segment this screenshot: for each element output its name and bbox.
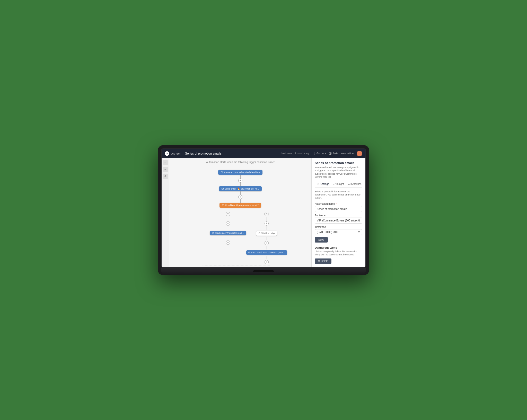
condition-label: Condition: Open previous email?	[225, 204, 259, 207]
branch-dashed-box: Y +	[202, 209, 271, 265]
logo: ✦ dcptech	[165, 151, 181, 156]
danger-zone-title: Dangerous Zone	[315, 246, 362, 249]
branch-y-add-2[interactable]: +	[226, 240, 230, 245]
connector-2	[240, 183, 241, 186]
main-area: ↩ ↪ ⟳ Automation starts when the followi…	[162, 158, 365, 267]
danger-zone-desc: Click to completely delete this automati…	[315, 250, 362, 256]
audience-select[interactable]: VIP eCommerce Buyers (500 subscribe...	[315, 218, 362, 224]
send-email-3-label: Send email 'Last chance to get o...'	[251, 251, 285, 254]
send-email-1-label: Send email '🔥 BIG offer just fo...'	[225, 187, 259, 190]
app: ✦ dcptech Series of promotion emails Las…	[162, 149, 365, 267]
reset-button[interactable]: ⟳	[163, 174, 168, 179]
audience-label: Audience	[315, 214, 362, 217]
header-actions: Last saved: 2 months ago Go back	[281, 151, 363, 156]
timezone-select[interactable]: (GMT+00:00) UTC	[315, 229, 362, 235]
wait-box[interactable]: ⏱ Wait for 1 day	[256, 231, 277, 236]
branch-labels-row: Y +	[202, 212, 271, 264]
sidebar-tools: ↩ ↪ ⟳	[162, 158, 169, 267]
email-icon	[222, 188, 224, 190]
svg-rect-12	[248, 252, 250, 253]
tab-settings[interactable]: Settings	[315, 181, 331, 187]
laptop-notch	[253, 270, 274, 272]
branch-n-add-3[interactable]: +	[265, 260, 269, 264]
svg-line-6	[222, 172, 222, 173]
avatar[interactable]	[357, 151, 362, 156]
send-email-1-node[interactable]: Send email '🔥 BIG offer just fo...'	[219, 186, 262, 191]
add-btn-1[interactable]: +	[238, 178, 242, 183]
branch-n-add[interactable]: +	[265, 221, 269, 226]
logo-icon: ✦	[165, 151, 169, 156]
panel-tabs: Settings Insight	[315, 181, 362, 187]
app-header: ✦ dcptech Series of promotion emails Las…	[162, 149, 365, 158]
svg-point-10	[223, 205, 223, 206]
email-icon-3	[248, 252, 250, 253]
switch-automation-button[interactable]: Switch automation	[329, 152, 354, 155]
tab-statistics[interactable]: Statistics	[346, 181, 364, 187]
wait-label: ⏱ Wait for 1 day	[258, 232, 275, 235]
statistics-icon	[348, 183, 350, 185]
connector-4	[240, 199, 241, 203]
automation-canvas[interactable]: Automation starts when the following tri…	[169, 158, 311, 267]
settings-description: Below is general information of the auto…	[315, 190, 362, 200]
redo-button[interactable]: ↪	[163, 167, 168, 172]
insight-icon	[333, 183, 336, 185]
save-button[interactable]: Save	[315, 237, 328, 243]
autostart-label: Autostart on a scheduled date/time	[224, 171, 260, 174]
tab-settings-label: Settings	[320, 183, 329, 185]
laptop-shell: ✦ dcptech Series of promotion emails Las…	[158, 145, 369, 275]
timezone-label: Timezone	[315, 226, 362, 228]
condition-icon	[222, 204, 224, 206]
tab-insight-label: Insight	[336, 183, 344, 185]
trash-icon	[318, 260, 320, 262]
page-title: Series of promotion emails	[185, 152, 281, 155]
svg-rect-15	[348, 184, 349, 185]
logo-text: dcptech	[171, 152, 181, 155]
delete-button[interactable]: Delete	[315, 258, 331, 264]
condition-node[interactable]: Condition: Open previous email?	[219, 203, 261, 208]
tab-insight[interactable]: Insight	[331, 181, 346, 187]
svg-rect-18	[318, 261, 320, 262]
automation-name-input[interactable]	[315, 206, 362, 212]
branch-n-label: N	[264, 212, 269, 216]
branch-y-connector	[228, 217, 228, 221]
settings-icon	[317, 183, 319, 185]
go-back-icon	[313, 153, 315, 155]
required-marker: *	[336, 202, 337, 205]
svg-point-14	[317, 183, 319, 185]
send-email-2-box[interactable]: Send email 'Thanks for read...'	[210, 231, 246, 235]
svg-rect-7	[222, 188, 223, 189]
clock-icon	[221, 171, 223, 173]
panel-title: Series of promotion emails	[315, 161, 362, 165]
connector-3	[240, 191, 241, 195]
go-back-button[interactable]: Go back	[313, 152, 326, 155]
email-icon-2	[212, 232, 214, 234]
laptop-base	[161, 268, 366, 275]
branch-section: Y +	[202, 209, 279, 265]
svg-point-13	[318, 184, 318, 184]
undo-button[interactable]: ↩	[163, 160, 168, 165]
branch-y-add[interactable]: +	[226, 221, 230, 226]
right-panel: Series of promotion emails Automated ema…	[311, 158, 365, 267]
delete-label: Delete	[321, 260, 328, 263]
connector-1	[240, 175, 241, 178]
branch-n-add-2[interactable]: +	[265, 241, 269, 245]
add-btn-2[interactable]: +	[238, 195, 242, 199]
last-saved-text: Last saved: 2 months ago	[281, 152, 311, 155]
automation-name-label: Automation name *	[315, 202, 362, 205]
svg-rect-11	[212, 232, 213, 233]
svg-rect-17	[350, 183, 350, 185]
switch-icon	[329, 152, 331, 155]
panel-description: Automated email marketing campaign which…	[315, 166, 362, 179]
tab-statistics-label: Statistics	[351, 183, 362, 185]
branch-y-label: Y	[226, 212, 230, 216]
flow-diagram: Autostart on a scheduled date/time +	[169, 164, 311, 265]
autostart-node[interactable]: Autostart on a scheduled date/time	[218, 170, 262, 175]
autostart-box[interactable]: Autostart on a scheduled date/time	[218, 170, 262, 175]
send-email-3-box[interactable]: Send email 'Last chance to get o...'	[246, 250, 287, 255]
send-email-2-label: Send email 'Thanks for read...'	[215, 232, 244, 234]
canvas-trigger-label: Automation starts when the following tri…	[169, 161, 311, 164]
svg-rect-16	[349, 184, 349, 185]
send-email-1-box[interactable]: Send email '🔥 BIG offer just fo...'	[219, 186, 262, 191]
laptop-screen: ✦ dcptech Series of promotion emails Las…	[161, 148, 366, 268]
condition-box[interactable]: Condition: Open previous email?	[219, 203, 261, 208]
